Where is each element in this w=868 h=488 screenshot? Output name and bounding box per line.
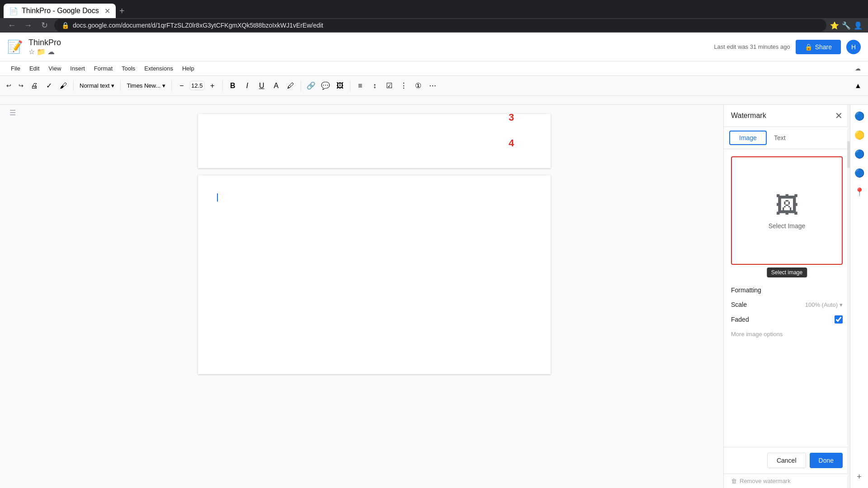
font-dropdown-icon: ▾ [162,82,165,89]
panel-close-button[interactable]: ✕ [835,110,843,121]
scale-value-text: 100% (Auto) [805,301,838,308]
select-image-box[interactable]: 🖼 Select Image [731,156,843,265]
text-tab[interactable]: Text [770,131,789,144]
doc-title[interactable]: ThinkPro [28,38,61,47]
maps-icon[interactable]: 📍 [852,184,867,200]
align-button[interactable]: ≡ [354,80,367,92]
menu-format[interactable]: Format [90,63,116,74]
lock-share-icon: 🔒 [805,43,812,51]
browser-chrome: 📄 ThinkPro - Google Docs ✕ + ← → ↻ 🔒 doc… [0,0,868,33]
spell-check-button[interactable]: ✓ [42,80,55,92]
star-icon[interactable]: ☆ [28,47,35,56]
font-select[interactable]: Times New... ▾ [124,81,167,90]
contacts-icon[interactable]: 🔵 [852,165,867,181]
tab-bar: 📄 ThinkPro - Google Docs ✕ + [0,0,868,18]
text-color-button[interactable]: A [270,80,283,92]
scale-value[interactable]: 100% (Auto) ▾ [805,301,843,308]
doc-title-section: ThinkPro ☆ 📁 ☁ [28,38,61,56]
menu-extensions[interactable]: Extensions [141,63,177,74]
forward-button[interactable]: → [22,19,34,32]
bullet-list-button[interactable]: ⋮ [397,80,410,92]
remove-watermark-button[interactable]: 🗑 Remove watermark [724,474,850,488]
print-button[interactable]: 🖨 [28,80,41,92]
active-tab[interactable]: 📄 ThinkPro - Google Docs ✕ [4,4,116,18]
underline-button[interactable]: U [255,80,268,92]
tasks-icon[interactable]: 🔵 [852,146,867,162]
doc-wrapper: ☰ Watermark ✕ Image Text [0,105,868,488]
extension-icon-3[interactable]: 👤 [854,21,863,30]
numbered-list-button[interactable]: ① [412,80,425,92]
cancel-button[interactable]: Cancel [767,453,806,468]
style-select[interactable]: Normal text ▾ [77,81,117,90]
menu-file[interactable]: File [7,63,24,74]
reload-button[interactable]: ↻ [38,19,51,32]
add-side-tool-icon[interactable]: + [854,469,864,484]
font-size-input[interactable] [190,81,204,90]
tab-close-icon[interactable]: ✕ [104,7,110,15]
back-button[interactable]: ← [5,19,18,32]
cloud-save-status: ☁ [855,65,861,72]
menu-help[interactable]: Help [179,63,198,74]
watermark-panel: Watermark ✕ Image Text 🖼 Select Image Se… [723,105,850,488]
new-tab-button[interactable]: + [116,4,128,18]
folder-icon[interactable]: 📁 [37,47,46,56]
show-hide-button[interactable]: ▲ [852,80,864,92]
more-button[interactable]: ⋯ [426,80,439,92]
trash-icon: 🗑 [731,478,737,484]
formatting-section: Formatting Scale 100% (Auto) ▾ Faded [731,286,843,338]
add-image-icon: 🖼 [775,192,799,219]
style-value: Normal text [80,82,109,89]
keep-icon[interactable]: 🟡 [852,127,867,143]
last-edit-text: Last edit was 31 minutes ago [714,43,790,50]
document-outline-icon[interactable]: ☰ [9,108,16,117]
extension-icon-2[interactable]: 🔧 [842,21,851,30]
comment-button[interactable]: 💬 [319,80,332,92]
address-bar[interactable]: 🔒 docs.google.com/document/d/1qrFTzSLZ0l… [54,19,826,32]
select-image-label: Select Image [769,222,806,230]
link-button[interactable]: 🔗 [305,80,317,92]
panel-footer: Cancel Done [724,447,850,474]
cloud-icon[interactable]: ☁ [47,47,55,56]
select-image-container: 🖼 Select Image Select image [731,156,843,265]
decrease-font-button[interactable]: − [175,80,188,92]
toolbar: ↩ ↪ 🖨 ✓ 🖌 Normal text ▾ Times New... ▾ −… [0,76,868,96]
checklist-button[interactable]: ☑ [383,80,396,92]
menu-insert[interactable]: Insert [66,63,89,74]
more-image-options[interactable]: More image options [731,331,843,338]
page-1 [198,114,551,168]
italic-button[interactable]: I [241,80,254,92]
paint-format-button[interactable]: 🖌 [57,80,70,92]
menu-tools[interactable]: Tools [118,63,139,74]
line-spacing-button[interactable]: ↕ [368,80,381,92]
faded-label: Faded [731,316,749,323]
done-button[interactable]: Done [810,453,843,468]
faded-checkbox[interactable] [835,315,843,324]
menu-edit[interactable]: Edit [26,63,43,74]
ruler [0,96,868,105]
panel-header: Watermark ✕ [724,105,850,127]
browser-controls: ← → ↻ 🔒 docs.google.com/document/d/1qrFT… [0,18,868,33]
docs-logo-icon: 📝 [7,39,23,54]
tab-title: ThinkPro - Google Docs [22,7,99,15]
app-header: 📝 ThinkPro ☆ 📁 ☁ Last edit was 31 minute… [0,33,868,61]
scrollbar-thumb[interactable] [847,141,850,168]
select-image-tooltip: Select image [767,267,807,277]
redo-button[interactable]: ↪ [16,80,26,91]
share-button[interactable]: 🔒 Share [796,40,841,54]
page-2[interactable] [198,175,551,374]
increase-font-button[interactable]: + [206,80,219,92]
bold-button[interactable]: B [226,80,239,92]
text-cursor [217,193,218,202]
extension-icon-1[interactable]: ⭐ [830,21,839,30]
image-button[interactable]: 🖼 [334,80,346,92]
avatar[interactable]: H [846,40,861,54]
tab-favicon: 📄 [9,7,18,15]
undo-button[interactable]: ↩ [4,80,14,91]
doc-actions: ☆ 📁 ☁ [28,47,61,56]
menu-view[interactable]: View [45,63,65,74]
document-area[interactable] [25,105,723,488]
image-tab[interactable]: Image [729,131,767,145]
explore-icon[interactable]: 🔵 [852,108,867,124]
panel-tab-bar: Image Text [724,127,850,149]
highlight-button[interactable]: 🖊 [284,80,297,92]
